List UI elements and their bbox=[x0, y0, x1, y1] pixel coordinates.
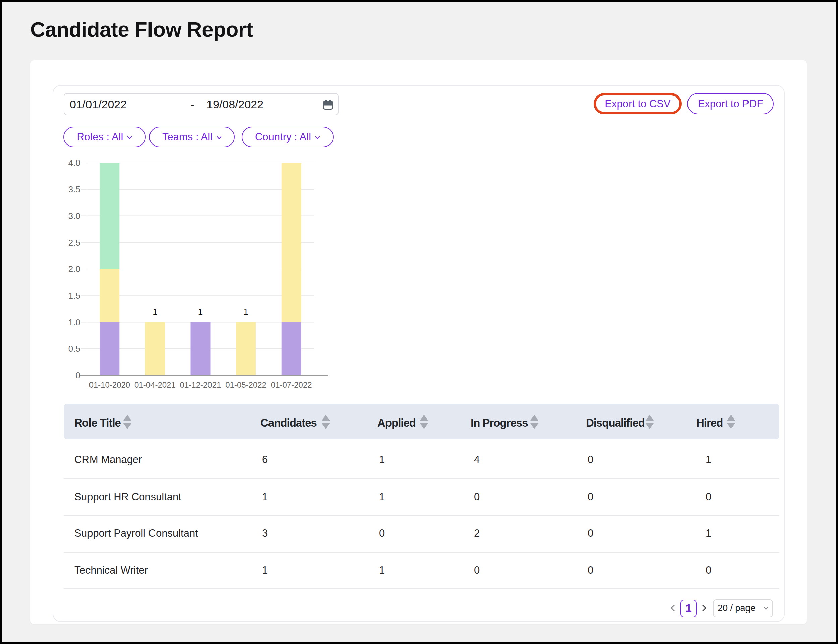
svg-text:1: 1 bbox=[153, 307, 157, 317]
svg-text:3.5: 3.5 bbox=[68, 184, 81, 194]
svg-text:01-07-2022: 01-07-2022 bbox=[271, 380, 312, 389]
svg-text:0: 0 bbox=[76, 370, 81, 380]
svg-text:1.5: 1.5 bbox=[68, 291, 81, 301]
svg-text:01-12-2021: 01-12-2021 bbox=[180, 380, 221, 389]
svg-text:01-10-2020: 01-10-2020 bbox=[89, 380, 130, 389]
svg-text:4.0: 4.0 bbox=[68, 158, 81, 168]
svg-text:1.0: 1.0 bbox=[68, 317, 81, 327]
svg-text:1: 1 bbox=[244, 307, 248, 317]
svg-text:2.5: 2.5 bbox=[68, 238, 81, 248]
svg-text:1: 1 bbox=[198, 307, 203, 317]
svg-text:0.5: 0.5 bbox=[68, 344, 81, 354]
svg-text:01-04-2021: 01-04-2021 bbox=[134, 380, 176, 389]
svg-text:3.0: 3.0 bbox=[68, 211, 81, 221]
svg-text:01-05-2022: 01-05-2022 bbox=[225, 380, 267, 389]
svg-text:2.0: 2.0 bbox=[68, 264, 81, 274]
